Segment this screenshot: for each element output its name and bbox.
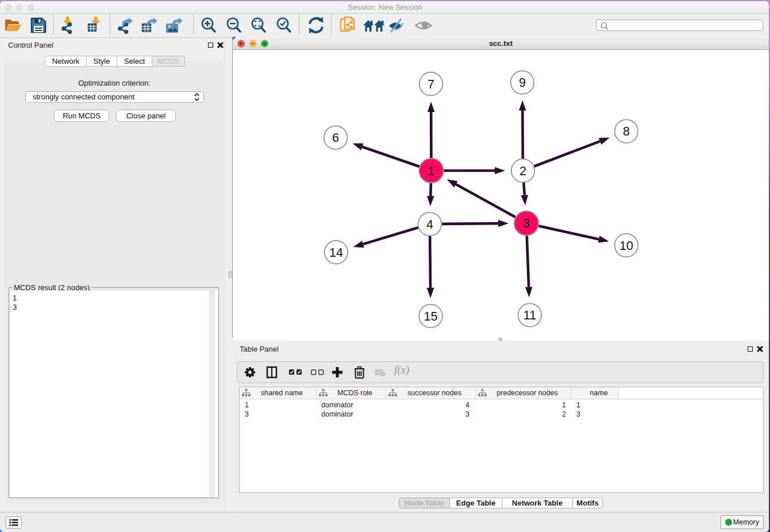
svg-text:10: 10	[619, 239, 633, 253]
svg-text:9: 9	[519, 76, 526, 90]
svg-text:15: 15	[424, 310, 438, 323]
svg-text:4: 4	[426, 218, 433, 232]
svg-text:8: 8	[623, 125, 630, 138]
svg-text:3: 3	[523, 217, 530, 230]
svg-text:2: 2	[519, 164, 526, 178]
svg-text:1: 1	[428, 164, 435, 178]
svg-text:7: 7	[428, 78, 434, 91]
svg-text:11: 11	[523, 309, 536, 322]
svg-text:14: 14	[329, 246, 343, 260]
svg-text:6: 6	[332, 131, 339, 145]
